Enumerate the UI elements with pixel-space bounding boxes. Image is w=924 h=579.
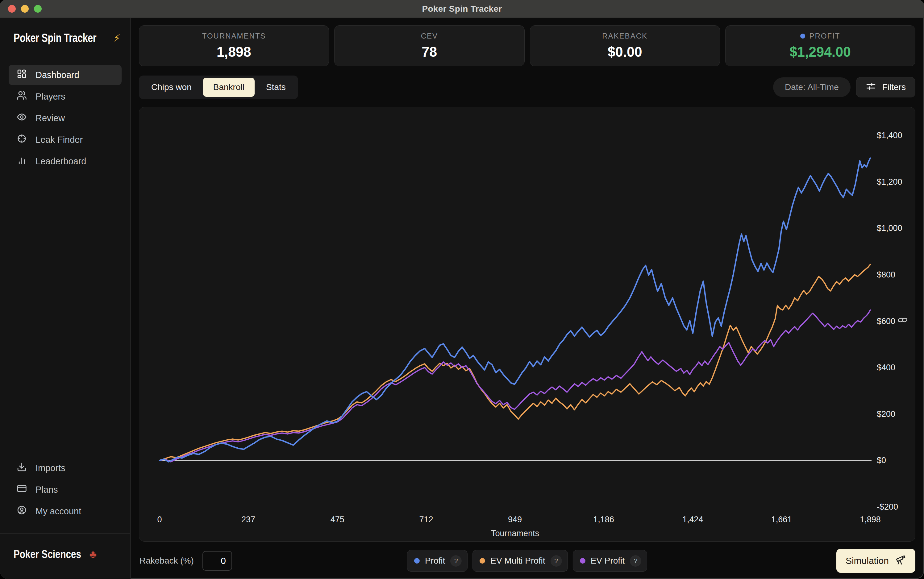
- tab-bankroll[interactable]: Bankroll: [203, 78, 254, 97]
- chart-footer: Rakeback (%) Profit ? EV Multi Profit ?: [139, 548, 915, 574]
- series-line-ev-multi-profit: [159, 265, 870, 461]
- stat-label: TOURNAMENTS: [202, 32, 266, 40]
- y-tick-label: $0: [877, 455, 886, 465]
- stat-value: $1,294.00: [790, 43, 851, 60]
- x-tick-label: 1,898: [860, 515, 881, 524]
- sidebar-item-dashboard[interactable]: Dashboard: [9, 65, 121, 85]
- rakeback-input[interactable]: [202, 551, 232, 571]
- close-button[interactable]: [8, 5, 16, 13]
- filters-button[interactable]: Filters: [856, 77, 915, 97]
- x-tick-label: 475: [330, 515, 345, 524]
- sidebar-item-label: Plans: [36, 485, 58, 495]
- stat-label: CEV: [421, 32, 438, 40]
- legend-label: Profit: [425, 556, 445, 566]
- tab-chips-won[interactable]: Chips won: [141, 78, 202, 97]
- brand-footer: Poker Sciences ♣: [13, 548, 130, 561]
- sidebar-item-label: Imports: [36, 463, 66, 473]
- y-tick-label: $800: [877, 270, 895, 280]
- user-circle-icon: [16, 505, 27, 517]
- y-tick-label: $400: [877, 363, 895, 373]
- stat-card-tournaments: TOURNAMENTS 1,898: [139, 25, 329, 66]
- x-tick-label: 0: [157, 515, 162, 524]
- stat-card-cev: CEV 78: [334, 25, 524, 66]
- sidebar-item-imports[interactable]: Imports: [9, 458, 121, 478]
- app-logo: Poker Spin Tracker ⚡: [13, 31, 130, 45]
- chart-legend: Profit ? EV Multi Profit ? EV Profit ?: [407, 550, 647, 572]
- sidebar-item-my-account[interactable]: My account: [9, 501, 121, 521]
- stats-row: TOURNAMENTS 1,898 CEV 78 RAKEBACK $0.00 …: [139, 25, 915, 66]
- legend-chip-ev-profit[interactable]: EV Profit ?: [573, 550, 647, 572]
- app-window: Poker Spin Tracker Poker Spin Tracker ⚡ …: [0, 0, 924, 579]
- sliders-icon: [866, 81, 876, 94]
- credit-card-icon: [16, 483, 27, 496]
- sidebar-item-label: Review: [36, 113, 65, 123]
- stat-card-rakeback: RAKEBACK $0.00: [530, 25, 720, 66]
- chain-link-icon[interactable]: [897, 316, 908, 324]
- main-content: TOURNAMENTS 1,898 CEV 78 RAKEBACK $0.00 …: [131, 18, 924, 579]
- y-tick-label: $200: [877, 409, 895, 419]
- users-icon: [16, 90, 27, 103]
- x-tick-label: 237: [241, 515, 255, 524]
- stat-label: RAKEBACK: [602, 32, 647, 40]
- tab-stats[interactable]: Stats: [256, 78, 296, 97]
- lightning-bolt-icon: ⚡: [113, 32, 120, 44]
- chart-plot-area[interactable]: [139, 107, 910, 541]
- sidebar-item-label: Leaderboard: [36, 156, 86, 167]
- x-axis-title: Tournaments: [491, 528, 539, 538]
- legend-dot-icon: [580, 558, 586, 564]
- legend-chip-profit[interactable]: Profit ?: [407, 550, 468, 572]
- window-title: Poker Spin Tracker: [422, 4, 502, 14]
- sidebar-item-label: Players: [36, 92, 66, 102]
- sidebar-item-label: My account: [36, 506, 81, 517]
- y-tick-label: $600: [877, 316, 895, 326]
- eye-icon: [16, 112, 27, 124]
- sidebar-item-plans[interactable]: Plans: [9, 479, 121, 500]
- profit-dot-icon: [800, 34, 805, 39]
- stat-value: 1,898: [217, 43, 251, 60]
- bar-chart-icon: [16, 155, 27, 167]
- app-logo-text: Poker Spin Tracker: [13, 31, 96, 45]
- help-icon[interactable]: ?: [450, 555, 462, 567]
- stat-label: PROFIT: [809, 32, 840, 40]
- y-tick-label: $1,400: [877, 131, 903, 140]
- legend-label: EV Profit: [591, 556, 625, 566]
- sidebar-item-players[interactable]: Players: [9, 86, 121, 107]
- brand-name: Poker Sciences: [13, 548, 81, 561]
- bankroll-chart[interactable]: $1,400$1,200$1,000$800$600$400$200$0-$20…: [139, 107, 915, 542]
- simulation-label: Simulation: [845, 556, 889, 566]
- x-tick-label: 949: [508, 515, 522, 524]
- chart-tabs: Chips won Bankroll Stats: [139, 75, 298, 99]
- stat-value: 78: [422, 43, 437, 60]
- minimize-button[interactable]: [21, 5, 29, 13]
- y-tick-label: $1,000: [877, 223, 903, 233]
- help-icon[interactable]: ?: [630, 555, 641, 567]
- chart-toolbar: Chips won Bankroll Stats Date: All-Time …: [139, 75, 915, 99]
- dashboard-grid-icon: [16, 69, 27, 81]
- legend-chip-ev-multi-profit[interactable]: EV Multi Profit ?: [473, 550, 568, 572]
- club-suit-icon: ♣: [90, 548, 97, 561]
- x-tick-label: 1,186: [593, 515, 614, 524]
- x-tick-label: 712: [419, 515, 433, 524]
- simulation-button[interactable]: Simulation: [836, 549, 915, 573]
- sidebar-item-review[interactable]: Review: [9, 108, 121, 128]
- sidebar-footer-nav: Imports Plans My account: [9, 458, 121, 521]
- window-controls: [8, 5, 42, 13]
- download-icon: [16, 462, 27, 474]
- y-tick-label: -$200: [877, 502, 898, 512]
- x-tick-label: 1,661: [771, 515, 792, 524]
- rakeback-label: Rakeback (%): [140, 556, 194, 566]
- legend-label: EV Multi Profit: [491, 556, 545, 566]
- sidebar-item-leak-finder[interactable]: Leak Finder: [9, 129, 121, 150]
- divider: [13, 56, 117, 56]
- sidebar-item-leaderboard[interactable]: Leaderboard: [9, 151, 121, 172]
- date-filter-button[interactable]: Date: All-Time: [773, 77, 850, 97]
- telescope-icon: [894, 554, 906, 568]
- series-line-ev-profit: [159, 310, 870, 462]
- zoom-button[interactable]: [34, 5, 42, 13]
- help-icon[interactable]: ?: [551, 555, 562, 567]
- stat-card-profit: PROFIT $1,294.00: [725, 25, 915, 66]
- legend-dot-icon: [479, 558, 485, 564]
- sidebar-item-label: Dashboard: [36, 70, 79, 80]
- crosshair-icon: [16, 134, 27, 146]
- stat-value: $0.00: [608, 43, 642, 60]
